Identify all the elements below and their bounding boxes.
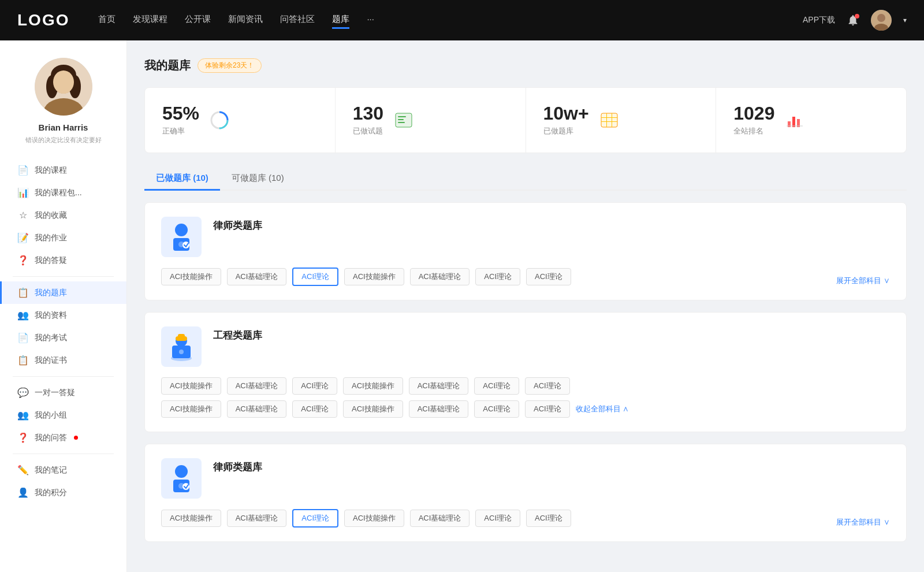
menu-label: 我的答疑 bbox=[35, 255, 67, 266]
svg-rect-17 bbox=[601, 113, 617, 127]
tag[interactable]: ACI理论 bbox=[292, 268, 338, 286]
trial-badge: 体验剩余23天！ bbox=[198, 58, 262, 73]
engineer-icon bbox=[161, 326, 202, 367]
sidebar-item-0[interactable]: 📄我的课程 bbox=[0, 159, 126, 181]
tag[interactable]: ACI理论 bbox=[292, 377, 337, 395]
user-avatar[interactable] bbox=[871, 10, 892, 31]
sidebar-item-9[interactable]: 💬一对一答疑 bbox=[0, 381, 126, 404]
tab-0[interactable]: 已做题库 (10) bbox=[144, 167, 220, 190]
tag[interactable]: ACI基础理论 bbox=[410, 510, 470, 527]
navbar-right: APP下载 ▾ bbox=[803, 10, 907, 31]
tag[interactable]: ACI基础理论 bbox=[227, 400, 287, 418]
tags-row: ACI技能操作ACI基础理论ACI理论ACI技能操作ACI基础理论ACI理论AC… bbox=[161, 268, 890, 286]
stat-label: 正确率 bbox=[162, 126, 199, 136]
sidebar-item-12[interactable]: ✏️我的笔记 bbox=[0, 459, 126, 481]
tag[interactable]: ACI理论 bbox=[526, 268, 571, 285]
tag[interactable]: ACI技能操作 bbox=[344, 268, 404, 285]
navbar-menu-item[interactable]: 新闻资讯 bbox=[228, 12, 263, 29]
qbank-card-header: 律师类题库 bbox=[161, 458, 890, 499]
tab-1[interactable]: 可做题库 (10) bbox=[220, 167, 296, 190]
tag[interactable]: ACI技能操作 bbox=[161, 510, 221, 527]
qbank-card-1: 工程类题库ACI技能操作ACI基础理论ACI理论ACI技能操作ACI基础理论AC… bbox=[144, 312, 907, 432]
sidebar-item-13[interactable]: 👤我的积分 bbox=[0, 481, 126, 504]
app-download-button[interactable]: APP下载 bbox=[803, 15, 835, 25]
qbank-card-header: 工程类题库 bbox=[161, 326, 890, 367]
sidebar-divider bbox=[13, 376, 114, 377]
tag[interactable]: ACI技能操作 bbox=[161, 268, 221, 285]
main-content: 我的题库 体验剩余23天！ 55%正确率130已做试题10w+已做题库1029全… bbox=[127, 40, 924, 572]
user-dropdown-arrow[interactable]: ▾ bbox=[903, 16, 907, 24]
navbar-menu-item[interactable]: 首页 bbox=[98, 12, 116, 29]
sidebar-item-11[interactable]: ❓我的问答 bbox=[0, 426, 126, 449]
menu-label: 我的资料 bbox=[35, 310, 67, 321]
svg-point-1 bbox=[877, 14, 885, 22]
menu-icon: 📝 bbox=[17, 232, 29, 243]
tag[interactable]: ACI技能操作 bbox=[161, 377, 221, 395]
sidebar-item-3[interactable]: 📝我的作业 bbox=[0, 226, 126, 249]
tag[interactable]: ACI理论 bbox=[526, 510, 571, 527]
sidebar-item-10[interactable]: 👥我的小组 bbox=[0, 404, 126, 426]
sidebar-item-7[interactable]: 📄我的考试 bbox=[0, 326, 126, 349]
svg-point-35 bbox=[175, 465, 188, 478]
expand-link[interactable]: 展开全部科目 ∨ bbox=[836, 276, 890, 286]
svg-point-34 bbox=[179, 350, 184, 354]
tabs-row: 已做题库 (10)可做题库 (10) bbox=[144, 167, 907, 191]
sidebar-item-4[interactable]: ❓我的答疑 bbox=[0, 249, 126, 272]
stat-icon bbox=[598, 109, 620, 131]
qbank-title: 律师类题库 bbox=[213, 217, 262, 232]
tag[interactable]: ACI技能操作 bbox=[161, 400, 221, 418]
menu-icon: 📄 bbox=[17, 332, 29, 343]
tag[interactable]: ACI理论 bbox=[475, 510, 520, 527]
logo[interactable]: LOGO bbox=[17, 11, 69, 29]
navbar-menu-item[interactable]: 发现课程 bbox=[133, 12, 167, 29]
svg-rect-33 bbox=[178, 334, 185, 337]
navbar-menu-item[interactable]: 公开课 bbox=[185, 12, 211, 29]
svg-rect-18 bbox=[601, 117, 617, 118]
navbar-menu-item[interactable]: ··· bbox=[367, 12, 374, 29]
sidebar-avatar bbox=[35, 58, 92, 116]
tag[interactable]: ACI技能操作 bbox=[343, 400, 403, 418]
tag[interactable]: ACI基础理论 bbox=[227, 510, 287, 527]
menu-icon: 📄 bbox=[17, 165, 29, 176]
sidebar-item-5[interactable]: 📋我的题库 bbox=[0, 281, 126, 304]
tag[interactable]: ACI理论 bbox=[475, 268, 520, 285]
sidebar-item-1[interactable]: 📊我的课程包... bbox=[0, 181, 126, 204]
svg-point-25 bbox=[175, 224, 188, 236]
tag[interactable]: ACI理论 bbox=[474, 377, 519, 395]
sidebar-item-8[interactable]: 📋我的证书 bbox=[0, 349, 126, 372]
menu-icon: ✏️ bbox=[17, 465, 29, 476]
menu-icon: 📋 bbox=[17, 355, 29, 366]
tag[interactable]: ACI基础理论 bbox=[409, 400, 469, 418]
svg-rect-21 bbox=[612, 113, 612, 127]
tag[interactable]: ACI基础理论 bbox=[410, 268, 470, 285]
navbar-menu-item[interactable]: 题库 bbox=[332, 12, 349, 29]
notification-bell[interactable] bbox=[847, 14, 859, 27]
sidebar-item-6[interactable]: 👥我的资料 bbox=[0, 304, 126, 326]
expand-link[interactable]: 展开全部科目 ∨ bbox=[836, 517, 890, 528]
navbar-menu-item[interactable]: 问答社区 bbox=[280, 12, 315, 29]
sidebar-username: Brian Harris bbox=[39, 122, 88, 132]
tag[interactable]: ACI理论 bbox=[292, 400, 337, 418]
svg-rect-13 bbox=[396, 113, 412, 127]
tag[interactable]: ACI基础理论 bbox=[227, 377, 287, 395]
menu-icon: 📊 bbox=[17, 187, 29, 198]
tag[interactable]: ACI理论 bbox=[474, 400, 519, 418]
tag[interactable]: ACI技能操作 bbox=[343, 377, 403, 395]
navbar: LOGO 首页发现课程公开课新闻资讯问答社区题库··· APP下载 ▾ bbox=[0, 0, 924, 40]
tag[interactable]: ACI理论 bbox=[525, 377, 570, 395]
tag[interactable]: ACI基础理论 bbox=[227, 268, 287, 285]
tag[interactable]: ACI技能操作 bbox=[344, 510, 404, 527]
tag[interactable]: ACI理论 bbox=[292, 509, 338, 528]
collapse-link[interactable]: 收起全部科目 ∧ bbox=[576, 404, 629, 414]
tags-row: ACI技能操作ACI基础理论ACI理论ACI技能操作ACI基础理论ACI理论AC… bbox=[161, 377, 890, 395]
stat-icon bbox=[784, 109, 806, 131]
stat-value: 55% bbox=[162, 104, 199, 122]
menu-label: 我的题库 bbox=[35, 288, 67, 298]
tag[interactable]: ACI基础理论 bbox=[409, 377, 469, 395]
stat-icon bbox=[208, 109, 230, 131]
qbank-list: 律师类题库ACI技能操作ACI基础理论ACI理论ACI技能操作ACI基础理论AC… bbox=[144, 202, 907, 542]
sidebar-item-2[interactable]: ☆我的收藏 bbox=[0, 204, 126, 226]
sidebar-slogan: 错误的决定比没有决定要好 bbox=[17, 136, 110, 144]
tag[interactable]: ACI理论 bbox=[525, 400, 570, 418]
menu-label: 我的小组 bbox=[35, 410, 67, 421]
